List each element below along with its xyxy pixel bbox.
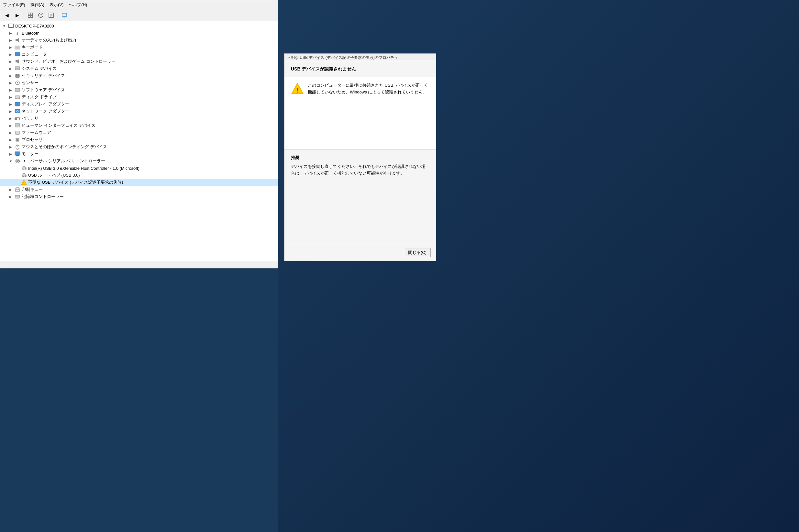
usb-unknown-label: 不明な USB デバイス (デバイス記述子要求の失敗) bbox=[28, 179, 123, 185]
svg-rect-22 bbox=[15, 52, 20, 56]
tree-item-audio[interactable]: ▶ オーディオの入力および出力 bbox=[0, 37, 278, 44]
usb-hub-label: USB ルート ハブ (USB 3.0) bbox=[28, 172, 80, 178]
usb-label: ユニバーサル シリアル バス コントローラー bbox=[22, 158, 105, 164]
tree-item-firmware[interactable]: ▶ ファームウェア bbox=[0, 129, 278, 136]
tree-item-monitor[interactable]: ▶ モニター bbox=[0, 150, 278, 157]
tree-item-computer[interactable]: ▶ コンピューター bbox=[0, 51, 278, 58]
display-icon bbox=[15, 101, 20, 107]
menu-bar: ファイル(F) 操作(A) 表示(V) ヘルプ(H) bbox=[0, 0, 278, 10]
view-button[interactable] bbox=[26, 11, 35, 19]
mouse-expand: ▶ bbox=[8, 144, 13, 149]
tree-item-keyboard[interactable]: ▶ キーボード bbox=[0, 44, 278, 51]
security-expand: ▶ bbox=[8, 73, 13, 78]
svg-point-65 bbox=[19, 196, 20, 197]
help-button[interactable]: ? bbox=[36, 11, 45, 19]
tree-item-mouse[interactable]: ▶ マウスとそのほかのポインティング デバイス bbox=[0, 143, 278, 150]
system-expand: ▶ bbox=[8, 66, 13, 71]
status-bar bbox=[0, 261, 278, 268]
svg-text:USB: USB bbox=[16, 160, 20, 163]
menu-view[interactable]: 表示(V) bbox=[50, 2, 63, 8]
svg-rect-40 bbox=[19, 118, 20, 119]
help-icon: ? bbox=[38, 13, 43, 18]
svg-text:!: ! bbox=[23, 181, 24, 185]
battery-icon bbox=[15, 115, 20, 121]
svg-rect-0 bbox=[28, 13, 30, 15]
svg-text:?: ? bbox=[40, 14, 42, 17]
tree-item-sensor[interactable]: ▶ センサー bbox=[0, 79, 278, 87]
computer-expand: ▶ bbox=[8, 52, 13, 57]
usb-error-dialog: USB デバイスが認識されません ! このコンピューターに最後に接続された US… bbox=[284, 61, 436, 261]
tree-item-security[interactable]: ▶ セキュリティ デバイス bbox=[0, 72, 278, 79]
close-button[interactable]: 閉じる(C) bbox=[404, 248, 431, 257]
network-expand: ▶ bbox=[8, 109, 13, 114]
keyboard-label: キーボード bbox=[22, 44, 43, 50]
tree-item-network[interactable]: ▶ ネットワーク アダプター bbox=[0, 108, 278, 115]
storage-icon bbox=[15, 194, 20, 200]
processor-icon bbox=[15, 137, 20, 142]
properties-icon bbox=[49, 13, 54, 18]
tree-item-system[interactable]: ▶ システム デバイス bbox=[0, 65, 278, 72]
menu-file[interactable]: ファイル(F) bbox=[3, 2, 25, 8]
svg-rect-13 bbox=[8, 24, 14, 27]
software-expand: ▶ bbox=[8, 87, 13, 93]
software-icon bbox=[15, 87, 20, 93]
print-icon bbox=[15, 187, 20, 192]
tree-item-usb-hub[interactable]: ▶ USB USB ルート ハブ (USB 3.0) bbox=[0, 172, 278, 179]
battery-label: バッテリ bbox=[22, 115, 38, 121]
audio-expand: ▶ bbox=[8, 38, 13, 43]
back-button[interactable]: ◀ bbox=[2, 11, 11, 19]
monitor-button[interactable] bbox=[60, 11, 69, 19]
tree-item-usb-intel[interactable]: ▶ USB Intel(R) USB 3.0 eXtensible Host C… bbox=[0, 165, 278, 172]
bluetooth-label: Bluetooth bbox=[22, 31, 39, 36]
svg-rect-35 bbox=[15, 102, 20, 106]
svg-rect-19 bbox=[15, 46, 20, 49]
computer-label: コンピューター bbox=[22, 52, 51, 57]
mouse-label: マウスとそのほかのポインティング デバイス bbox=[22, 144, 107, 150]
monitor2-icon bbox=[15, 151, 20, 157]
hid-icon bbox=[15, 122, 20, 128]
tree-item-sound[interactable]: ▶ サウンド、ビデオ、およびゲーム コントローラー bbox=[0, 58, 278, 65]
dialog-header: USB デバイスが認識されません bbox=[284, 61, 436, 77]
tree-item-processor[interactable]: ▶ プロセッサ bbox=[0, 136, 278, 143]
dialog-recommendation: 推奨 デバイスを接続し直してください。それでもデバイスが認識されない場合は、デバ… bbox=[284, 149, 436, 182]
tree-item-hid[interactable]: ▶ ヒューマン インターフェイス デバイス bbox=[0, 122, 278, 129]
tree-item-usb[interactable]: ▼ USB ユニバーサル シリアル バス コントローラー bbox=[0, 157, 278, 165]
firmware-expand: ▶ bbox=[8, 130, 13, 135]
device-manager-window: ファイル(F) 操作(A) 表示(V) ヘルプ(H) ◀ ▶ ? bbox=[0, 0, 278, 268]
svg-rect-1 bbox=[31, 13, 33, 15]
dialog-message-text: このコンピューターに最後に接続された USB デバイスが正しく機能していないため… bbox=[308, 82, 429, 96]
device-tree[interactable]: ▼ DESKTOP-E7A8200 ▶ ß Bluetooth ▶ オーディオの… bbox=[0, 21, 278, 261]
sound-expand: ▶ bbox=[8, 59, 13, 64]
svg-marker-18 bbox=[17, 38, 19, 42]
svg-rect-62 bbox=[16, 188, 19, 189]
toolbar: ◀ ▶ ? bbox=[0, 10, 278, 21]
tree-item-display[interactable]: ▶ ディスプレイ アダプター bbox=[0, 100, 278, 108]
svg-point-34 bbox=[19, 97, 20, 98]
monitor-label: モニター bbox=[22, 151, 38, 157]
menu-action[interactable]: 操作(A) bbox=[31, 2, 44, 8]
tree-item-disk[interactable]: ▶ ディスク ドライブ bbox=[0, 93, 278, 100]
tree-item-print[interactable]: ▶ 印刷キュー bbox=[0, 186, 278, 193]
menu-help[interactable]: ヘルプ(H) bbox=[69, 2, 87, 8]
usb-intel-label: Intel(R) USB 3.0 eXtensible Host Control… bbox=[28, 166, 140, 171]
tree-item-software[interactable]: ▶ ソフトウェア デバイス bbox=[0, 87, 278, 93]
audio-label: オーディオの入力および出力 bbox=[22, 37, 76, 43]
forward-button[interactable]: ▶ bbox=[13, 11, 22, 19]
hid-expand: ▶ bbox=[8, 123, 13, 128]
print-label: 印刷キュー bbox=[22, 187, 43, 192]
software-label: ソフトウェア デバイス bbox=[22, 87, 65, 93]
tree-root[interactable]: ▼ DESKTOP-E7A8200 bbox=[0, 22, 278, 30]
monitor-expand: ▶ bbox=[8, 151, 13, 156]
tree-item-bluetooth[interactable]: ▶ ß Bluetooth bbox=[0, 30, 278, 37]
battery-expand: ▶ bbox=[8, 116, 13, 121]
dialog-title-bar-text: 不明な USB デバイス (デバイス記述子要求の失敗)のプロパティ bbox=[287, 55, 398, 60]
tree-item-storage[interactable]: ▶ 記憶域コントローラー bbox=[0, 193, 278, 200]
properties-button[interactable] bbox=[47, 11, 56, 19]
sound-label: サウンド、ビデオ、およびゲーム コントローラー bbox=[22, 59, 115, 64]
usb-intel-icon: USB bbox=[21, 165, 27, 171]
display-expand: ▶ bbox=[8, 101, 13, 107]
tree-item-battery[interactable]: ▶ バッテリ bbox=[0, 115, 278, 122]
bluetooth-expand: ▶ bbox=[8, 31, 13, 36]
storage-expand: ▶ bbox=[8, 194, 13, 199]
tree-item-usb-unknown[interactable]: ▶ ! 不明な USB デバイス (デバイス記述子要求の失敗) bbox=[0, 179, 278, 186]
